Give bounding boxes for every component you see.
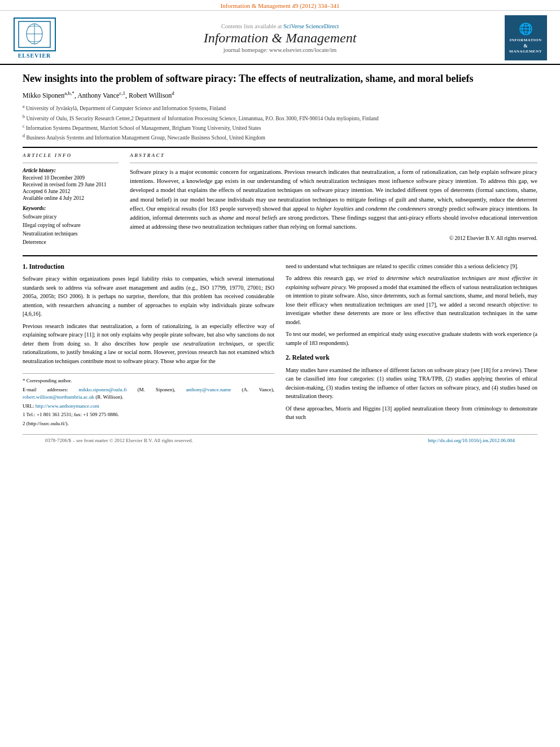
neutralization-italic: neutralization techniques: [183, 340, 243, 347]
section1-heading: 1. Introduction: [23, 262, 274, 272]
info-mgmt-line1: INFORMATION: [509, 38, 541, 43]
info-mgmt-line2: &: [523, 43, 528, 50]
author-1-sup: a,b,*: [64, 90, 75, 96]
italic-research-gap: we tried to determine which neutralizati…: [286, 275, 537, 290]
divider-top: [23, 147, 537, 148]
journal-homepage: journal homepage: www.elsevier.com/locat…: [224, 47, 337, 53]
abstract-part-2: and: [353, 206, 365, 212]
email-2-name: (A. Vance),: [242, 387, 274, 392]
footnote-2: 2 (http://issrc.oulu.fi/).: [23, 420, 274, 428]
article-info: ARTICLE INFO Article history: Received 1…: [23, 152, 119, 247]
section1-num: 1.: [23, 263, 28, 270]
email-2-link[interactable]: anthony@vance.name: [186, 387, 231, 392]
paper-title: New insights into the problem of softwar…: [23, 72, 537, 86]
keyword-2: Illegal copying of software: [23, 221, 119, 230]
email-1-link[interactable]: mikko.siponen@oulu.fi: [78, 387, 126, 392]
divider-info: [23, 163, 119, 163]
abstract-highlight-2: condemn the condemners: [366, 206, 427, 212]
url-label: URL:: [23, 403, 34, 409]
email-1-name: (M. Siponen),: [138, 387, 176, 392]
section2-para1: Many studies have examined the influence…: [286, 366, 537, 401]
footnote-corresponding: * Corresponding author.: [23, 377, 274, 385]
abstract-label: ABSTRACT: [130, 152, 537, 158]
journal-title-section: Contents lists available at SciVerse Sci…: [65, 15, 495, 60]
history-revised: Received in revised form 29 June 2011: [23, 182, 119, 187]
globe-icon: 🌐: [519, 21, 533, 36]
divider-body: [23, 255, 537, 256]
elsevier-wordmark: ELSEVIER: [18, 53, 51, 59]
history-accepted: Accepted 6 June 2012: [23, 189, 119, 194]
article-meta-abstract: ARTICLE INFO Article history: Received 1…: [23, 152, 537, 247]
author-2-sup: c,1: [119, 90, 125, 96]
history-received: Received 10 December 2009: [23, 175, 119, 181]
abstract-highlight-3: shame: [219, 215, 234, 221]
abstract-part-4: and: [234, 215, 246, 221]
authors-line: Mikko Siponena,b,*, Anthony Vancec,1, Ro…: [23, 90, 537, 100]
info-mgmt-line3: MANAGEMENT: [509, 49, 542, 54]
journal-bar: Information & Management 49 (2012) 334–3…: [0, 0, 560, 11]
abstract-highlight-4: moral beliefs: [246, 215, 278, 221]
history-label: Article history:: [23, 168, 119, 173]
affil-d: d Business Analysis Systems and Informat…: [23, 133, 537, 142]
article-info-label: ARTICLE INFO: [23, 152, 119, 158]
affil-b: b University of Oulu, IS Security Resear…: [23, 113, 537, 123]
keywords-section: Keywords: Software piracy Illegal copyin…: [23, 206, 119, 247]
abstract-copyright: © 2012 Elsevier B.V. All rights reserved…: [130, 235, 537, 241]
abstract-highlight-1: higher loyalties: [316, 206, 353, 212]
history-available: Available online 4 July 2012: [23, 195, 119, 201]
bottom-doi[interactable]: http://dx.doi.org/10.1016/j.im.2012.06.0…: [428, 438, 515, 443]
elsevier-logo-box: [14, 18, 56, 51]
section1-para2: Previous research indicates that neutral…: [23, 322, 274, 366]
footnote-section: * Corresponding author. E-mail addresses…: [23, 373, 274, 427]
email-label: E-mail addresses:: [23, 387, 68, 392]
info-mgmt-logo-container: 🌐 INFORMATION & MANAGEMENT: [500, 15, 551, 60]
footnote-emails: E-mail addresses: mikko.siponen@oulu.fi …: [23, 386, 274, 401]
url-link[interactable]: http://www.anthonymance.com: [36, 403, 99, 409]
section2-heading: 2. Related work: [286, 353, 537, 363]
abstract-section: ABSTRACT Software piracy is a major econ…: [130, 152, 537, 247]
journal-citation: Information & Management 49 (2012) 334–3…: [220, 2, 339, 9]
bottom-bar: 0378-7206/$ – see front matter © 2012 El…: [23, 434, 537, 446]
affil-c: c Information Systems Department, Marrio…: [23, 123, 537, 132]
elsevier-logo: ELSEVIER: [9, 15, 60, 60]
col-left: 1. Introduction Software piracy within o…: [23, 262, 274, 429]
bottom-issn: 0378-7206/$ – see front matter © 2012 El…: [45, 438, 193, 443]
divider-abstract: [130, 163, 537, 163]
affil-a: a University of Jyväskylä, Department of…: [23, 103, 537, 112]
sciverse-link[interactable]: SciVerse ScienceDirect: [283, 23, 339, 29]
author-3-sup: d: [172, 90, 174, 96]
footnote-1: 1 Tel.: +1 801 361 2531; fax: +1 509 275…: [23, 411, 274, 419]
right-para3: To test our model, we performed an empir…: [286, 330, 537, 347]
abstract-text: Software piracy is a major economic conc…: [130, 168, 537, 232]
section2-num: 2.: [286, 354, 291, 361]
body-columns: 1. Introduction Software piracy within o…: [23, 262, 537, 429]
section2-para2: Of these approaches, Morris and Higgins …: [286, 404, 537, 422]
section2-title: Related work: [292, 354, 330, 361]
paper-content: New insights into the problem of softwar…: [0, 65, 560, 457]
journal-title: Information & Management: [204, 30, 357, 46]
journal-header: ELSEVIER Contents lists available at Sci…: [0, 11, 560, 65]
keyword-3: Neutralization techniques: [23, 230, 119, 238]
keywords-label: Keywords:: [23, 206, 119, 211]
col-right: need to understand what techniques are r…: [286, 262, 537, 429]
keyword-4: Deterrence: [23, 238, 119, 247]
author-2: Anthony Vancec,1: [77, 91, 125, 99]
author-1: Mikko Siponena,b,*: [23, 91, 75, 99]
email-3-name: (R. Willison).: [95, 394, 123, 400]
sciverse-text: Contents lists available at SciVerse Sci…: [221, 23, 339, 29]
section1-para1: Software piracy within organizations pos…: [23, 274, 274, 318]
section1-title: Introduction: [29, 263, 64, 270]
info-mgmt-logo: 🌐 INFORMATION & MANAGEMENT: [505, 15, 547, 60]
right-para2: To address this research gap, we tried t…: [286, 274, 537, 326]
right-para1: need to understand what techniques are r…: [286, 262, 537, 271]
affiliations: a University of Jyväskylä, Department of…: [23, 103, 537, 142]
author-3: Robert Willisond: [129, 91, 174, 99]
email-3-link[interactable]: robert.willison@northumbria.ac.uk: [23, 394, 94, 400]
keywords-list: Software piracy Illegal copying of softw…: [23, 213, 119, 247]
footnote-url: URL: http://www.anthonymance.com: [23, 403, 274, 410]
keyword-1: Software piracy: [23, 213, 119, 221]
